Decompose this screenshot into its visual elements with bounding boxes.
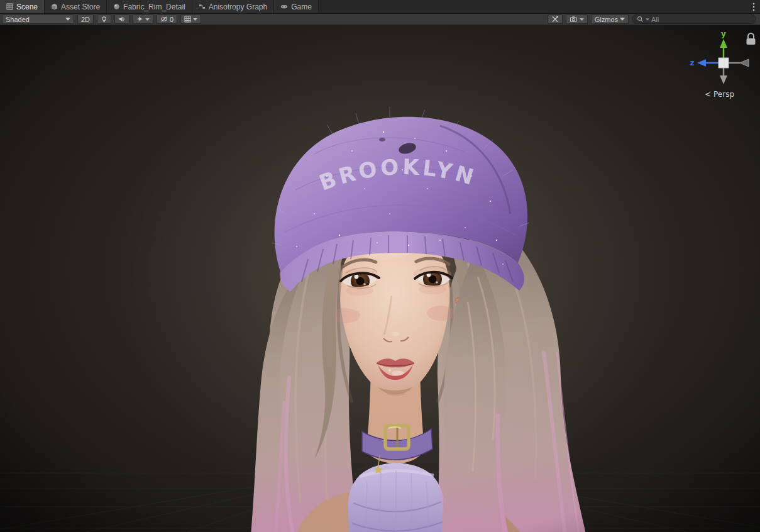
dock-tab-bar: Scene Asset Store Fabric_Rim_Detail Anis… xyxy=(0,0,760,14)
scene-viewport[interactable]: BROOKLYN xyxy=(0,25,760,532)
unity-editor-window: Scene Asset Store Fabric_Rim_Detail Anis… xyxy=(0,0,760,532)
axis-z-arrow[interactable]: z xyxy=(690,58,719,67)
tab-asset-store[interactable]: Asset Store xyxy=(45,0,107,13)
tab-label: Fabric_Rim_Detail xyxy=(123,3,185,11)
scene-grid-icon xyxy=(6,3,13,10)
overflow-menu-icon[interactable] xyxy=(747,0,760,13)
gamepad-icon xyxy=(280,3,288,10)
scene-lighting-toggle[interactable] xyxy=(97,14,111,24)
bulb-icon xyxy=(101,16,107,23)
tab-fabric-rim-detail[interactable]: Fabric_Rim_Detail xyxy=(107,0,192,13)
tab-label: Anisotropy Graph xyxy=(209,3,267,11)
orientation-gizmo[interactable]: y z <Persp xyxy=(682,28,759,122)
scene-camera-dropdown[interactable] xyxy=(566,14,588,24)
scene-search-field[interactable] xyxy=(632,14,756,24)
vignette xyxy=(0,25,760,532)
chevron-down-icon xyxy=(193,18,197,21)
chevron-down-icon xyxy=(65,18,70,21)
tab-game[interactable]: Game xyxy=(274,0,319,13)
chevron-down-icon xyxy=(580,18,584,21)
tab-label: Asset Store xyxy=(61,3,100,11)
material-sphere-icon xyxy=(113,3,120,10)
tab-scene[interactable]: Scene xyxy=(0,0,45,13)
axis-x-back-arrow[interactable] xyxy=(729,59,749,67)
hidden-object-count: 0 xyxy=(170,16,173,23)
scene-visibility-toggle[interactable]: 0 xyxy=(157,14,177,24)
scene-audio-toggle[interactable] xyxy=(114,14,129,24)
search-input[interactable] xyxy=(651,16,751,23)
chevron-down-icon xyxy=(620,18,625,21)
draw-mode-dropdown[interactable]: Shaded xyxy=(2,14,74,24)
crossed-tools-icon xyxy=(551,16,559,23)
draw-mode-label: Shaded xyxy=(6,16,30,23)
speaker-icon xyxy=(118,16,126,23)
projection-label[interactable]: <Persp xyxy=(705,90,734,99)
effects-visibility-dropdown[interactable] xyxy=(133,14,153,24)
scene-toolbar: Shaded 2D 0 xyxy=(0,14,760,25)
tab-anisotropy-graph[interactable]: Anisotropy Graph xyxy=(192,0,274,13)
chevron-down-icon xyxy=(145,18,150,21)
svg-text:z: z xyxy=(690,58,695,67)
svg-text:y: y xyxy=(721,30,726,38)
node-graph-icon xyxy=(199,3,206,10)
2d-toggle-button[interactable]: 2D xyxy=(77,14,94,24)
tab-bar-spacer xyxy=(319,0,747,13)
gizmo-center-cube[interactable] xyxy=(719,58,729,68)
axis-y-arrow[interactable]: y xyxy=(720,30,727,58)
gizmos-dropdown[interactable]: Gizmos xyxy=(591,14,629,24)
gizmos-label: Gizmos xyxy=(595,16,618,23)
tab-label: Game xyxy=(291,3,312,11)
grid-icon xyxy=(184,16,191,23)
axis-y-back-arrow[interactable] xyxy=(720,68,727,84)
grid-visibility-dropdown[interactable] xyxy=(180,14,201,24)
2d-label: 2D xyxy=(81,16,90,23)
character-render: BROOKLYN xyxy=(0,25,760,532)
tab-label: Scene xyxy=(16,3,38,11)
toolbar-right-group: Gizmos xyxy=(548,14,758,24)
lock-icon[interactable] xyxy=(747,33,756,45)
camera-icon xyxy=(570,16,578,23)
magnifier-icon xyxy=(637,16,644,23)
sparkle-star-icon xyxy=(136,16,143,23)
chevron-down-icon xyxy=(646,18,649,21)
eye-slash-icon xyxy=(160,16,168,23)
package-box-icon xyxy=(51,3,58,10)
editor-tools-button[interactable] xyxy=(548,14,563,24)
